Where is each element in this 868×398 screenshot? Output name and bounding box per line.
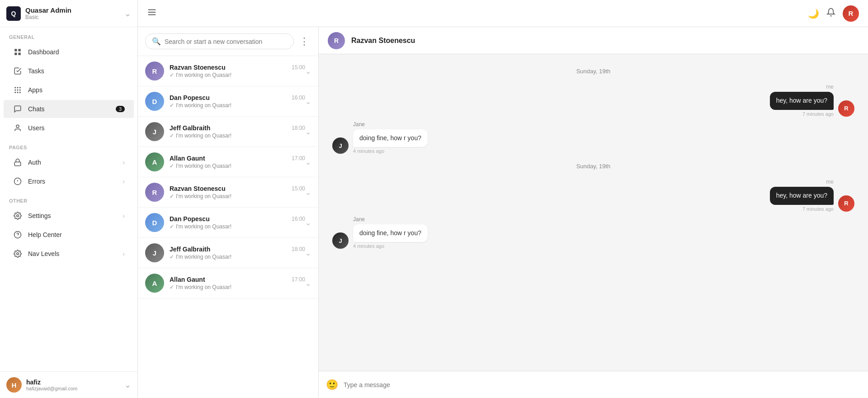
msg-time-sent-1: 7 minutes ago [802, 111, 834, 117]
svg-rect-3 [19, 53, 21, 55]
chat-time: 15:00 [292, 185, 305, 192]
svg-rect-1 [19, 49, 21, 51]
app-info: Quasar Admin Basic [25, 6, 71, 20]
chat-name-row: Jeff Galbraith 18:00 [170, 246, 305, 253]
check-icon: ✓ [170, 72, 174, 78]
chat-list-item[interactable]: A Allan Gaunt 17:00 ✓ I'm working on Qua… [138, 147, 318, 177]
check-icon: ✓ [170, 223, 174, 230]
chat-list-item[interactable]: R Razvan Stoenescu 15:00 ✓ I'm working o… [138, 177, 318, 208]
received-avatar-1: J [332, 137, 349, 154]
chat-name-row: Allan Gaunt 17:00 [170, 155, 305, 162]
sidebar-item-tasks[interactable]: Tasks [4, 62, 134, 80]
grid-icon [13, 47, 23, 57]
chat-list-item[interactable]: J Jeff Galbraith 18:00 ✓ I'm working on … [138, 238, 318, 268]
chat-header-avatar: R [328, 32, 345, 49]
chat-list-item[interactable]: A Allan Gaunt 17:00 ✓ I'm working on Qua… [138, 268, 318, 298]
emoji-icon[interactable]: 🙂 [326, 379, 338, 391]
errors-label: Errors [28, 178, 123, 185]
sidebar-item-navlevels[interactable]: Nav Levels › [4, 245, 134, 263]
chat-list-item[interactable]: D Dan Popescu 16:00 ✓ I'm working on Qua… [138, 208, 318, 238]
chat-time: 17:00 [292, 155, 305, 161]
expand-icon[interactable]: ⌄ [305, 67, 311, 76]
received-user-name-2: Jane [353, 216, 365, 223]
chat-preview: ✓ I'm working on Quasar! [170, 72, 305, 78]
expand-icon[interactable]: ⌄ [305, 249, 311, 257]
sidebar-toggle-chevron[interactable]: ⌄ [124, 9, 131, 19]
sidebar-item-users[interactable]: Users [4, 119, 134, 137]
topbar: 🌙 R [138, 0, 868, 27]
chat-preview: ✓ I'm working on Quasar! [170, 223, 305, 230]
chat-info: Allan Gaunt 17:00 ✓ I'm working on Quasa… [170, 155, 305, 169]
footer-user-info: hafiz hafizjavaid@gmail.com [26, 379, 77, 391]
svg-point-6 [19, 87, 21, 88]
svg-point-5 [17, 87, 19, 88]
sidebar-item-chats[interactable]: Chats 3 [4, 100, 134, 118]
search-input[interactable] [165, 38, 287, 45]
chat-avatar: D [145, 213, 164, 232]
person-icon [13, 123, 23, 133]
message-input[interactable] [344, 381, 861, 389]
svg-rect-2 [14, 53, 17, 55]
user-avatar[interactable]: R [843, 5, 859, 22]
msg-bubble-sent-1: hey, how are you? [770, 92, 834, 110]
expand-icon[interactable]: ⌄ [305, 279, 311, 288]
sidebar-item-auth[interactable]: Auth › [4, 153, 134, 171]
date-divider-1: Sunday, 19th [332, 68, 854, 75]
chat-preview-text: I'm working on Quasar! [176, 163, 231, 169]
chat-preview-text: I'm working on Quasar! [176, 133, 231, 139]
chat-more-icon[interactable]: ⋮ [297, 34, 311, 49]
night-mode-icon[interactable]: 🌙 [808, 8, 819, 19]
chat-avatar: A [145, 274, 164, 293]
chat-name: Razvan Stoenescu [170, 64, 226, 71]
expand-icon[interactable]: ⌄ [305, 128, 311, 136]
footer-email: hafizjavaid@gmail.com [26, 386, 77, 391]
tasks-label: Tasks [28, 67, 125, 75]
sidebar-item-apps[interactable]: Apps [4, 81, 134, 99]
chat-preview: ✓ I'm working on Quasar! [170, 284, 305, 290]
check-icon: ✓ [170, 102, 174, 109]
expand-icon[interactable]: ⌄ [305, 218, 311, 227]
msg-content-received-2: Jane doing fine, how r you? 4 minutes ag… [353, 216, 428, 249]
sidebar-item-settings[interactable]: Settings › [4, 207, 134, 225]
chat-avatar: R [145, 62, 164, 81]
chat-name: Jeff Galbraith [170, 246, 210, 253]
chat-info: Dan Popescu 16:00 ✓ I'm working on Quasa… [170, 94, 305, 109]
chat-list-item[interactable]: J Jeff Galbraith 18:00 ✓ I'm working on … [138, 117, 318, 147]
auth-chevron-icon: › [123, 159, 125, 166]
chat-name-row: Razvan Stoenescu 15:00 [170, 64, 305, 71]
chat-icon [13, 104, 23, 114]
chat-time: 16:00 [292, 95, 305, 101]
main-area: 🌙 R 🔍 ⋮ R Razvan Stoenescu 15:00 [138, 0, 868, 398]
check-icon: ✓ [170, 284, 174, 290]
footer-chevron-icon[interactable]: ⌄ [124, 380, 131, 390]
expand-icon[interactable]: ⌄ [305, 97, 311, 106]
expand-icon[interactable]: ⌄ [305, 158, 311, 166]
chat-search-bar: 🔍 ⋮ [138, 27, 318, 56]
menu-icon[interactable] [147, 7, 157, 19]
chat-info: Jeff Galbraith 18:00 ✓ I'm working on Qu… [170, 246, 305, 260]
chat-header-name: Razvan Stoenescu [351, 37, 415, 45]
sent-avatar-1: R [838, 100, 854, 117]
msg-bubble-sent-2: hey, how are you? [770, 187, 834, 205]
other-section-label: Other [0, 191, 137, 206]
svg-point-18 [17, 215, 19, 217]
sidebar-item-errors[interactable]: Errors › [4, 172, 134, 190]
expand-icon[interactable]: ⌄ [305, 188, 311, 197]
users-label: Users [28, 124, 125, 132]
check-icon: ✓ [170, 254, 174, 260]
sent-avatar-2: R [838, 195, 854, 212]
settings-chevron-icon: › [123, 212, 125, 219]
sidebar-item-help[interactable]: Help Center [4, 226, 134, 244]
sidebar-item-dashboard[interactable]: Dashboard [4, 43, 134, 61]
chat-info: Dan Popescu 16:00 ✓ I'm working on Quasa… [170, 215, 305, 230]
chat-list-item[interactable]: D Dan Popescu 16:00 ✓ I'm working on Qua… [138, 86, 318, 117]
notifications-icon[interactable] [826, 8, 835, 19]
search-input-wrap[interactable]: 🔍 [145, 33, 294, 49]
content-area: 🔍 ⋮ R Razvan Stoenescu 15:00 ✓ I'm worki… [138, 27, 868, 398]
chat-list-panel: 🔍 ⋮ R Razvan Stoenescu 15:00 ✓ I'm worki… [138, 27, 319, 398]
chat-list-item[interactable]: R Razvan Stoenescu 15:00 ✓ I'm working o… [138, 56, 318, 86]
msg-bubble-received-2: doing fine, how r you? [353, 224, 428, 242]
footer-avatar: H [6, 377, 22, 393]
chat-time: 18:00 [292, 246, 305, 252]
navlevels-label: Nav Levels [28, 250, 123, 257]
